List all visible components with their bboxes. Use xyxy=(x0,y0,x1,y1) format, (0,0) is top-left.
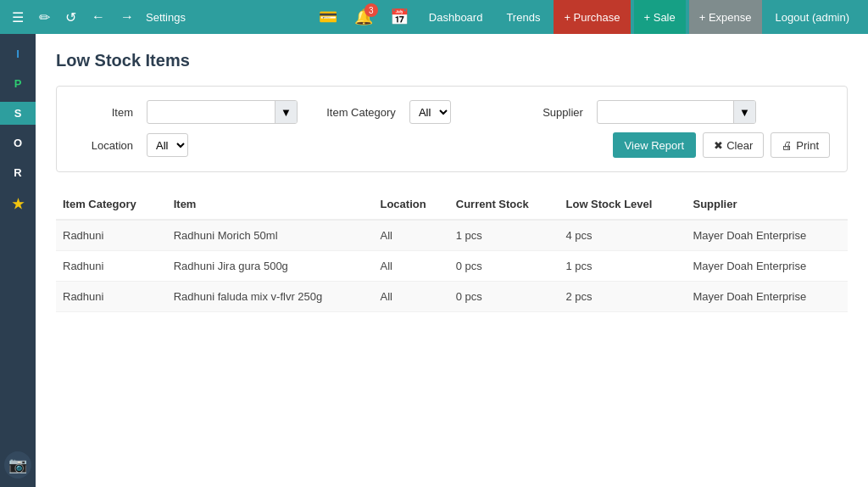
filter-row-2: Location All View Report ✖ Clear 🖨 Print xyxy=(74,132,830,158)
table-row: RadhuniRadhuni Jira gura 500gAll0 pcs1 p… xyxy=(56,251,848,282)
dashboard-button[interactable]: Dashboard xyxy=(419,0,493,34)
item-dropdown-btn[interactable]: ▼ xyxy=(275,101,297,123)
navbar: ☰ ✏ ↺ ← → Settings 💳 🔔 3 📅 Dashboard Tre… xyxy=(0,0,868,34)
wallet-button[interactable]: 💳 xyxy=(312,0,344,34)
bell-button[interactable]: 🔔 3 xyxy=(348,0,380,34)
sale-button[interactable]: + Sale xyxy=(634,0,686,34)
print-button[interactable]: 🖨 Print xyxy=(771,132,830,158)
item-input[interactable] xyxy=(147,103,275,122)
cell-supplier: Mayer Doah Enterprise xyxy=(687,282,849,312)
hamburger-icon[interactable]: ☰ xyxy=(8,6,27,29)
forward-icon[interactable]: → xyxy=(117,6,137,28)
camera-icon[interactable]: 📷 xyxy=(4,451,31,479)
table-header: Item Category Item Location Current Stoc… xyxy=(56,189,848,220)
table-row: RadhuniRadhuni faluda mix v-flvr 250gAll… xyxy=(56,282,848,312)
table-row: RadhuniRadhuni Morich 50mlAll1 pcs4 pcsM… xyxy=(56,220,848,251)
logout-button[interactable]: Logout (admin) xyxy=(765,0,860,34)
filter-row-1: Item ▼ Item Category All Supplier ▼ xyxy=(74,100,830,124)
table-body: RadhuniRadhuni Morich 50mlAll1 pcs4 pcsM… xyxy=(56,220,848,312)
cell-supplier: Mayer Doah Enterprise xyxy=(687,251,849,282)
supplier-input[interactable] xyxy=(598,103,733,122)
calendar-button[interactable]: 📅 xyxy=(383,0,415,34)
page-title: Low Stock Items xyxy=(56,51,848,70)
col-supplier: Supplier xyxy=(687,189,849,220)
cell-item: Radhuni Jira gura 500g xyxy=(167,251,374,282)
cell-item-category: Radhuni xyxy=(56,220,167,251)
cell-item-category: Radhuni xyxy=(56,251,167,282)
col-low-stock-level: Low Stock Level xyxy=(559,189,687,220)
col-item-category: Item Category xyxy=(56,189,167,220)
cell-item-category: Radhuni xyxy=(56,282,167,312)
clear-label: Clear xyxy=(726,139,753,152)
edit-icon[interactable]: ✏ xyxy=(36,6,53,29)
print-label: Print xyxy=(796,139,819,152)
low-stock-table: Item Category Item Location Current Stoc… xyxy=(56,189,848,312)
cell-current-stock: 0 pcs xyxy=(449,282,559,312)
cell-location: All xyxy=(373,251,448,282)
back-icon[interactable]: ← xyxy=(88,6,108,28)
navbar-left: ☰ ✏ ↺ ← → Settings xyxy=(8,6,312,29)
layout: I P S O R ★ 📷 Low Stock Items Item ▼ Ite… xyxy=(0,34,868,487)
cell-location: All xyxy=(373,282,448,312)
view-report-button[interactable]: View Report xyxy=(613,132,697,158)
location-select[interactable]: All xyxy=(147,133,188,157)
cell-item: Radhuni Morich 50ml xyxy=(167,220,374,251)
settings-label: Settings xyxy=(146,11,186,24)
bell-badge: 3 xyxy=(364,3,378,17)
sidebar-item-p[interactable]: P xyxy=(0,72,36,95)
sidebar-item-o[interactable]: O xyxy=(0,132,36,154)
trends-button[interactable]: Trends xyxy=(496,0,550,34)
cell-low-stock-level: 4 pcs xyxy=(559,220,687,251)
cell-item: Radhuni faluda mix v-flvr 250g xyxy=(167,282,374,312)
cell-low-stock-level: 1 pcs xyxy=(559,251,687,282)
print-icon: 🖨 xyxy=(782,139,793,152)
filter-actions: View Report ✖ Clear 🖨 Print xyxy=(613,132,830,158)
col-item: Item xyxy=(167,189,374,220)
col-current-stock: Current Stock xyxy=(449,189,559,220)
expense-button[interactable]: + Expense xyxy=(689,0,762,34)
refresh-icon[interactable]: ↺ xyxy=(62,6,80,29)
cell-low-stock-level: 2 pcs xyxy=(559,282,687,312)
sidebar-item-r[interactable]: R xyxy=(0,161,36,184)
item-category-label: Item Category xyxy=(311,106,396,119)
location-label: Location xyxy=(74,139,133,152)
table-header-row: Item Category Item Location Current Stoc… xyxy=(56,189,848,220)
navbar-right: 💳 🔔 3 📅 Dashboard Trends + Purchase + Sa… xyxy=(312,0,860,34)
item-label: Item xyxy=(74,106,133,119)
clear-button[interactable]: ✖ Clear xyxy=(703,132,764,158)
sidebar-item-i[interactable]: I xyxy=(0,42,36,65)
item-category-select[interactable]: All xyxy=(409,100,451,124)
main-content: Low Stock Items Item ▼ Item Category All… xyxy=(36,34,868,487)
purchase-button[interactable]: + Purchase xyxy=(554,0,630,34)
supplier-dropdown-btn[interactable]: ▼ xyxy=(733,101,755,123)
cell-location: All xyxy=(373,220,448,251)
filter-box: Item ▼ Item Category All Supplier ▼ xyxy=(56,86,848,172)
item-input-wrapper: ▼ xyxy=(147,100,298,124)
sidebar-item-star[interactable]: ★ xyxy=(0,191,36,217)
cell-supplier: Mayer Doah Enterprise xyxy=(687,220,849,251)
supplier-input-wrapper: ▼ xyxy=(597,100,756,124)
sidebar-item-s[interactable]: S xyxy=(0,102,36,125)
supplier-label: Supplier xyxy=(532,106,583,119)
clear-icon: ✖ xyxy=(714,139,723,152)
cell-current-stock: 1 pcs xyxy=(449,220,559,251)
cell-current-stock: 0 pcs xyxy=(449,251,559,282)
sidebar: I P S O R ★ 📷 xyxy=(0,34,36,487)
col-location: Location xyxy=(373,189,448,220)
